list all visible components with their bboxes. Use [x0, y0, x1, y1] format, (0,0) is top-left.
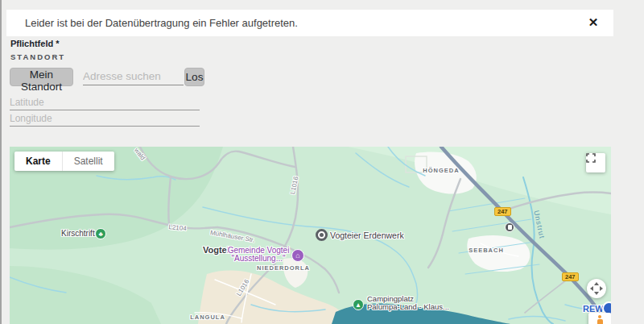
route-badge-247-south: 247	[562, 272, 579, 281]
map-type-karte-button[interactable]: Karte	[14, 152, 62, 171]
map-canvas[interactable]: Karte Satellit wald L1016 L2104 Mühlhäus…	[10, 147, 611, 324]
erdenwerk-poi-icon[interactable]	[316, 229, 328, 241]
town-label-kirschtrift: Kirschtrift	[61, 229, 95, 238]
town-label-niederdorla: NIEDERDORLA	[255, 264, 312, 272]
poi-label-erdenwerk: Vogteier Erdenwerk	[330, 231, 404, 240]
my-location-button[interactable]: Mein Standort	[10, 68, 73, 86]
map-pan-control[interactable]	[587, 279, 606, 298]
poi-label-camping-line2: Palumpa-Land - Klaus...	[367, 302, 449, 311]
town-label-seebach: SEEBACH	[462, 247, 510, 254]
longitude-field[interactable]	[10, 111, 200, 127]
close-icon[interactable]: ✕	[584, 14, 602, 31]
address-search-input[interactable]	[83, 68, 184, 85]
fullscreen-icon	[586, 153, 596, 163]
poi-label-camping: Campingplatz Palumpa-Land - Klaus...	[367, 295, 449, 310]
camping-poi-icon[interactable]: ▲	[353, 299, 364, 310]
standort-section-label: STANDORT	[10, 52, 65, 61]
poi-label-gemeinde-line2: "Ausstellung..."	[231, 254, 285, 263]
poi-label-gemeinde: Gemeinde Vogtei "Ausstellung..."	[221, 247, 295, 263]
town-label-hoengeda: HÖNGEDA	[417, 167, 465, 174]
fullscreen-button[interactable]	[586, 153, 605, 172]
pan-right-icon	[600, 286, 603, 291]
map-type-control: Karte Satellit	[14, 152, 114, 171]
street-view-pegman-control[interactable]	[588, 313, 611, 324]
park-poi-icon[interactable]: ♣	[95, 228, 106, 239]
museum-poi-icon[interactable]: ⌂	[291, 249, 304, 262]
map-type-satellit-button[interactable]: Satellit	[62, 152, 114, 171]
error-banner: Leider ist bei der Datenübertragung ein …	[6, 10, 613, 36]
required-field-label: Pflichtfeld *	[10, 39, 60, 48]
pegman-icon	[597, 315, 603, 324]
transit-stop-icon[interactable]	[505, 222, 514, 232]
pan-up-icon	[594, 282, 599, 285]
pan-down-icon	[594, 292, 599, 295]
pan-left-icon	[590, 286, 593, 291]
route-badge-247-north: 247	[494, 207, 511, 216]
town-label-langula: LANGULA	[184, 314, 232, 321]
go-button[interactable]: Los	[184, 68, 204, 86]
page-left-border	[0, 0, 2, 324]
latitude-field[interactable]	[10, 95, 200, 110]
error-message: Leider ist bei der Datenübertragung ein …	[25, 17, 298, 29]
